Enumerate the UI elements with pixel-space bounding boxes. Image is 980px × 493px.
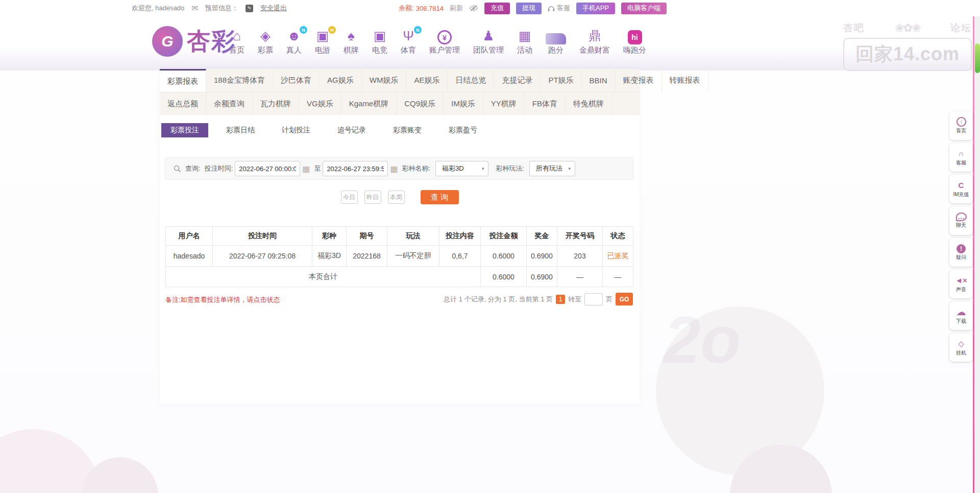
nav-item-account[interactable]: ¥ 账户管理 <box>423 30 467 55</box>
sidebar-item-sound[interactable]: ◄× 声音 <box>949 270 973 298</box>
mail-icon[interactable]: ✉ <box>191 4 198 13</box>
sidebar-item-im-recharge[interactable]: C IM充值 <box>949 175 973 203</box>
subtab-lottery-bets[interactable]: 彩票投注 <box>161 123 208 137</box>
headset-icon: ∩ <box>959 148 964 159</box>
team-people-icon: ♟ <box>482 28 494 44</box>
col-status: 状态 <box>603 227 633 246</box>
tab-cq9[interactable]: CQ9娱乐 <box>397 92 444 115</box>
go-button[interactable]: GO <box>616 293 633 306</box>
flourish-ornament: ❀✿❀ <box>895 21 920 35</box>
pagination: 总计 1 个记录, 分为 1 页, 当前第 1 页 1 转至 页 GO <box>444 293 633 306</box>
subtab-lottery-daily[interactable]: 彩票日结 <box>217 123 264 137</box>
current-page-button[interactable]: 1 <box>556 295 565 304</box>
tab-lottery-report[interactable]: 彩票报表 <box>160 69 206 92</box>
nav-item-egames[interactable]: H ▣ 电游 <box>308 28 337 55</box>
nav-item-lottery[interactable]: ◈ 彩票 <box>251 28 280 55</box>
tab-kgame[interactable]: Kgame棋牌 <box>341 92 397 115</box>
nav-item-promotions[interactable]: ▦ 活动 <box>510 28 539 55</box>
subtab-lottery-pl[interactable]: 彩票盈亏 <box>439 123 486 137</box>
nav-item-paofen[interactable]: 跑分 <box>539 30 573 55</box>
sidebar-item-idle[interactable]: ◇ 挂机 <box>949 333 973 362</box>
date-to-input[interactable] <box>323 161 388 176</box>
calendar-icon[interactable]: ▦ <box>302 164 310 174</box>
tab-account-change[interactable]: 账变报表 <box>616 69 662 92</box>
subtab-lottery-account[interactable]: 彩票账变 <box>384 123 431 137</box>
sidebar-item-home[interactable]: ↑ 首页 <box>949 111 973 140</box>
lottery-select[interactable]: 福彩3D ▼ <box>435 161 488 176</box>
nav-item-esports[interactable]: ▣ 电竞 <box>365 28 394 55</box>
lottery-name-label: 彩种名称: <box>402 164 431 173</box>
tab-yy[interactable]: YY棋牌 <box>483 92 525 115</box>
subtab-plan-bets[interactable]: 计划投注 <box>273 123 320 137</box>
goto-label: 转至 <box>568 295 581 304</box>
play-type-label: 彩种玩法: <box>496 164 524 173</box>
edit-pencil-icon[interactable]: ✎ <box>246 5 253 12</box>
tab-pt[interactable]: PT娱乐 <box>541 69 581 92</box>
nav-item-team[interactable]: ♟ 团队管理 <box>467 28 510 55</box>
reserved-info-label: 预留信息： <box>205 4 238 13</box>
nav-item-hipaofen[interactable]: hi 嗨跑分 <box>617 30 653 55</box>
pc-client-button[interactable]: 电脑客户端 <box>621 3 667 14</box>
tab-bbin[interactable]: BBIN <box>582 69 616 92</box>
tab-188sport[interactable]: 188金宝博体育 <box>206 69 273 92</box>
col-amount: 投注金额 <box>481 227 527 246</box>
main-panel: 彩票报表 188金宝博体育 沙巴体育 AG娱乐 WM娱乐 AE娱乐 日结总览 充… <box>160 69 640 404</box>
refresh-link[interactable]: 刷新 <box>450 4 463 13</box>
sidebar-item-question[interactable]: ! 疑问 <box>949 238 973 267</box>
nav-item-home[interactable]: ⌂ 首页 <box>223 28 251 55</box>
nav-item-boardgames[interactable]: ♠ 棋牌 <box>337 28 365 55</box>
decor-circle <box>730 444 832 493</box>
hi-app-icon: hi <box>628 30 642 44</box>
tab-vg[interactable]: VG娱乐 <box>299 92 341 115</box>
search-icon <box>174 165 181 173</box>
trophy-icon: Ψ <box>403 28 414 44</box>
calendar-icon[interactable]: ▦ <box>390 164 398 174</box>
tab-transfer-report[interactable]: 转账报表 <box>662 69 708 92</box>
nav-item-live[interactable]: N ☻ 真人 <box>280 28 308 55</box>
withdraw-button[interactable]: 提现 <box>516 3 542 14</box>
col-prize: 奖金 <box>527 227 557 246</box>
play-type-select[interactable]: 所有玩法 ▼ <box>529 161 575 176</box>
tab-wm[interactable]: WM娱乐 <box>362 69 407 92</box>
yesterday-button[interactable]: 昨日 <box>364 191 381 204</box>
nav-item-jinding[interactable]: 鼎 金鼎财富 <box>573 28 617 55</box>
query-submit-button[interactable]: 查 询 <box>421 190 459 204</box>
eye-slash-icon[interactable] <box>469 5 478 12</box>
report-tabs-row1: 彩票报表 188金宝博体育 沙巴体育 AG娱乐 WM娱乐 AE娱乐 日结总览 充… <box>160 69 640 92</box>
sidebar-item-service[interactable]: ∩ 客服 <box>949 143 973 172</box>
subtab-chase-records[interactable]: 追号记录 <box>328 123 375 137</box>
this-week-button[interactable]: 本周 <box>388 191 405 204</box>
tab-rebate-total[interactable]: 返点总额 <box>160 92 206 115</box>
tab-balance-query[interactable]: 余额查询 <box>206 92 253 115</box>
date-from-input[interactable] <box>235 161 300 176</box>
watermark-domain: 回家14.com <box>843 38 972 71</box>
tab-daily-summary[interactable]: 日结总览 <box>448 69 494 92</box>
cell-amount: 0.6000 <box>481 246 527 267</box>
service-link[interactable]: 客服 <box>548 4 570 13</box>
tab-im[interactable]: IM娱乐 <box>444 92 483 115</box>
nav-item-sports[interactable]: N Ψ 体育 <box>394 28 423 55</box>
scrollbar-track[interactable] <box>975 0 980 493</box>
home-icon: ⌂ <box>233 28 241 44</box>
sidebar-item-chat[interactable]: … 聊天 <box>949 206 973 235</box>
today-button[interactable]: 今日 <box>341 191 358 204</box>
cell-bet-time: 2022-06-27 09:25:08 <box>213 246 312 267</box>
page-unit-label: 页 <box>606 295 612 304</box>
tab-fb-sport[interactable]: FB体育 <box>525 92 566 115</box>
mobile-app-button[interactable]: 手机APP <box>576 3 615 14</box>
tab-tetu[interactable]: 特兔棋牌 <box>566 92 612 115</box>
col-numbers: 开奖号码 <box>557 227 603 246</box>
tab-ag[interactable]: AG娱乐 <box>320 69 362 92</box>
summary-amount: 0.6000 <box>481 267 527 287</box>
page-number-input[interactable] <box>584 293 603 306</box>
tab-ae[interactable]: AE娱乐 <box>406 69 448 92</box>
scrollbar-thumb[interactable] <box>975 43 980 73</box>
sidebar-item-download[interactable]: ☁ 下载 <box>949 301 973 330</box>
logout-link[interactable]: 安全退出 <box>260 4 287 13</box>
tab-saba-sport[interactable]: 沙巴体育 <box>273 69 320 92</box>
status-link[interactable]: 已派奖 <box>607 251 629 260</box>
tab-wali[interactable]: 瓦力棋牌 <box>253 92 299 115</box>
tab-deposit-records[interactable]: 充提记录 <box>494 69 541 92</box>
quick-filter-row: 今日 昨日 本周 查 询 <box>160 190 640 204</box>
deposit-button[interactable]: 充值 <box>484 3 510 14</box>
